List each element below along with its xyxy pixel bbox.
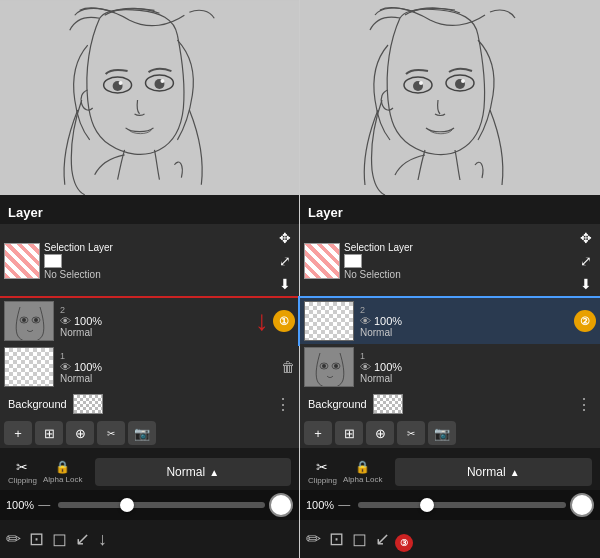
layer2-num-left: 2 [60, 305, 269, 315]
eraser-icon-left[interactable]: ◻ [52, 528, 67, 550]
layer2-eye-left[interactable]: 👁 [60, 315, 71, 327]
layer1-row-right[interactable]: 1 👁 100% Normal [300, 344, 600, 390]
layer1-thumb-right [304, 347, 354, 387]
layer2-row-left[interactable]: 2 👁 100% Normal ① ↓ [0, 298, 299, 344]
bg-dots-right[interactable]: ⋮ [576, 395, 592, 414]
down-arrow-icon-left[interactable]: ↙ [75, 528, 90, 550]
layer1-blend-left: Normal [60, 373, 277, 384]
opacity-slider-right[interactable] [358, 502, 566, 508]
add-layer-btn-left[interactable]: + [4, 421, 32, 445]
selection-layer-left[interactable]: Selection Layer No Selection ✥ ⤢ ⬇ [0, 224, 299, 298]
svg-rect-19 [305, 348, 354, 387]
svg-point-10 [22, 318, 26, 322]
layer-panel-title-right: Layer [300, 201, 600, 224]
bg-label-left: Background [8, 398, 67, 410]
svg-point-5 [119, 81, 123, 85]
bg-label-right: Background [308, 398, 367, 410]
badge2-right: ② [574, 310, 596, 332]
layer1-eye-left[interactable]: 👁 [60, 361, 71, 373]
clipping-btn-right[interactable]: ✂ Clipping [308, 459, 337, 485]
sel-layer-label-left: Selection Layer [44, 242, 113, 253]
selection-layer-right[interactable]: Selection Layer No Selection ✥ ⤢ ⬇ [300, 224, 600, 298]
layer2-blend-right: Normal [360, 327, 570, 338]
sel-export-icon-left[interactable]: ⬇ [275, 274, 295, 294]
blend-mode-right[interactable]: Normal ▲ [395, 458, 593, 486]
sel-layer-box-right [344, 254, 362, 268]
add-layer-btn-right[interactable]: + [304, 421, 332, 445]
selection-thumb-right [304, 243, 340, 279]
svg-point-17 [419, 81, 423, 85]
layer2-num-right: 2 [360, 305, 570, 315]
svg-rect-12 [300, 0, 600, 195]
sel-move-icon-left[interactable]: ✥ [275, 228, 295, 248]
bottom-icons-right: ✏ ⊡ ◻ ↙ ↓ ③ [300, 520, 600, 558]
alpha-lock-btn-right[interactable]: 🔒 Alpha Lock [343, 460, 383, 484]
layer-panel-right: Layer Selection Layer No Selection ✥ ⤢ ⬇… [300, 195, 600, 454]
layer2-thumb-left [4, 301, 54, 341]
layer2-row-right[interactable]: 2 👁 100% Normal ② [300, 298, 600, 344]
badge3-icon: ③ [395, 534, 413, 552]
down2-icon-left[interactable]: ↓ [98, 529, 107, 550]
pen-icon-right[interactable]: ✏ [306, 528, 321, 550]
sel-transform-icon-left[interactable]: ⤢ [275, 251, 295, 271]
sel-move-icon-right[interactable]: ✥ [576, 228, 596, 248]
bg-checker-right [373, 394, 403, 414]
layer-panel-title-left: Layer [0, 201, 299, 224]
clipping-btn-left[interactable]: ✂ Clipping [8, 459, 37, 485]
layer2-opacity-right: 100% [374, 315, 402, 327]
bg-row-left[interactable]: Background ⋮ [0, 390, 299, 418]
add-layer2-btn-left[interactable]: ⊕ [66, 421, 94, 445]
layer1-eye-right[interactable]: 👁 [360, 361, 371, 373]
sel-no-sel-left: No Selection [44, 269, 113, 280]
add-layer2-btn-right[interactable]: ⊕ [366, 421, 394, 445]
camera-btn-left[interactable]: 📷 [128, 421, 156, 445]
layer1-opacity-right: 100% [374, 361, 402, 373]
bottom-icons-left: ✏ ⊡ ◻ ↙ ↓ [0, 520, 299, 558]
sel-layer-box-left [44, 254, 62, 268]
badge1-left: ① [273, 310, 295, 332]
camera-btn-right[interactable]: 📷 [428, 421, 456, 445]
very-bottom-left: 100% — [0, 490, 299, 520]
blend-mode-left[interactable]: Normal ▲ [95, 458, 292, 486]
opacity-knob-left[interactable] [120, 498, 134, 512]
sel-export-icon-right[interactable]: ⬇ [576, 274, 596, 294]
pen-icon-left[interactable]: ✏ [6, 528, 21, 550]
alpha-lock-btn-left[interactable]: 🔒 Alpha Lock [43, 460, 83, 484]
very-bottom-right: 100% — [300, 490, 600, 520]
opacity-knob-right[interactable] [420, 498, 434, 512]
blend-bar-right: ✂ Clipping 🔒 Alpha Lock Normal ▲ [300, 454, 600, 490]
svg-point-11 [34, 318, 38, 322]
bottom-toolbar-right: + ⊞ ⊕ ✂ 📷 [300, 418, 600, 448]
layer2-eye-right[interactable]: 👁 [360, 315, 371, 327]
selection-thumb-left [4, 243, 40, 279]
blend-bar-left: ✂ Clipping 🔒 Alpha Lock Normal ▲ [0, 454, 299, 490]
fill-icon-left[interactable]: ⊡ [29, 528, 44, 550]
layer1-row-left[interactable]: 1 👁 100% Normal 🗑 [0, 344, 299, 390]
color-dot-right[interactable] [570, 493, 594, 517]
fill-icon-right[interactable]: ⊡ [329, 528, 344, 550]
sel-transform-icon-right[interactable]: ⤢ [576, 251, 596, 271]
svg-rect-7 [5, 302, 54, 341]
down2-icon-right[interactable]: ↓ ③ [398, 529, 407, 550]
scissors-btn-left[interactable]: ✂ [97, 421, 125, 445]
opacity-slider-left[interactable] [58, 502, 265, 508]
sketch-area-left [0, 0, 299, 195]
color-dot-left[interactable] [269, 493, 293, 517]
scissors-btn-right[interactable]: ✂ [397, 421, 425, 445]
merge-btn-right[interactable]: ⊞ [335, 421, 363, 445]
red-arrow-left: ↓ [255, 298, 269, 344]
eraser-icon-right[interactable]: ◻ [352, 528, 367, 550]
bg-row-right[interactable]: Background ⋮ [300, 390, 600, 418]
layer1-thumb-left [4, 347, 54, 387]
layer2-thumb-right [304, 301, 354, 341]
bg-dots-left[interactable]: ⋮ [275, 395, 291, 414]
sel-layer-label-right: Selection Layer [344, 242, 413, 253]
merge-btn-left[interactable]: ⊞ [35, 421, 63, 445]
down-arrow-icon-right[interactable]: ↙ [375, 528, 390, 550]
opacity-pct-right: 100% [306, 499, 334, 511]
panel-right: Layer Selection Layer No Selection ✥ ⤢ ⬇… [300, 0, 600, 558]
svg-rect-0 [0, 0, 299, 194]
sketch-area-right [300, 0, 600, 195]
svg-point-23 [334, 364, 338, 368]
layer1-delete-left[interactable]: 🗑 [281, 359, 295, 375]
